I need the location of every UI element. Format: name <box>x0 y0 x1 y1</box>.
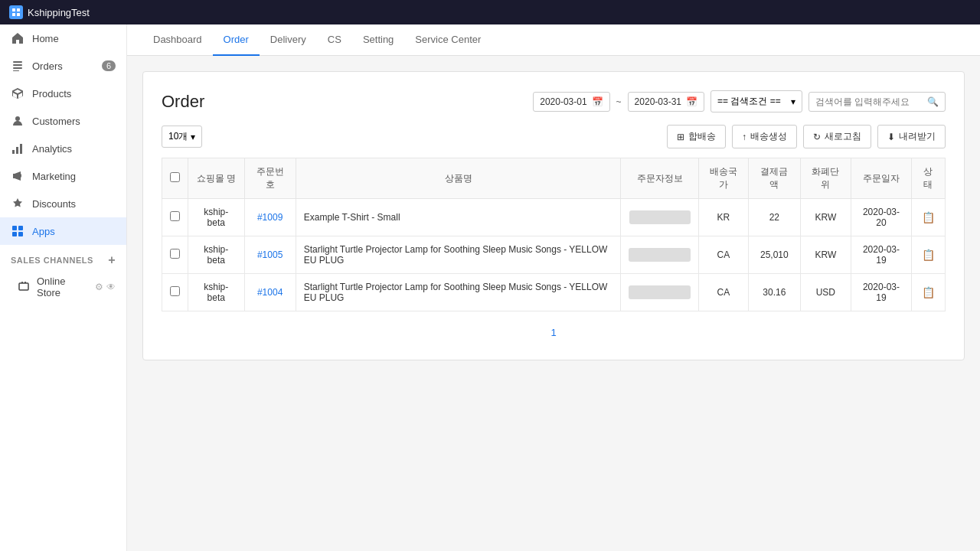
select-all-checkbox[interactable] <box>170 172 180 182</box>
svg-rect-3 <box>17 13 20 16</box>
sidebar-item-products[interactable]: Products <box>0 80 126 107</box>
svg-rect-14 <box>12 232 17 236</box>
refresh-icon: ↻ <box>813 132 821 142</box>
row-order-no-2[interactable]: #1004 <box>244 274 296 311</box>
row-currency-2: USD <box>800 274 851 311</box>
tabs-bar: Dashboard Order Delivery CS Setting Serv… <box>127 24 980 56</box>
combine-icon: ⊞ <box>677 132 684 142</box>
sidebar-item-home[interactable]: Home <box>0 24 126 52</box>
row-order-no-1[interactable]: #1005 <box>244 236 296 274</box>
row-country-2: CA <box>698 274 748 311</box>
search-input[interactable] <box>815 96 923 107</box>
svg-rect-16 <box>19 283 28 290</box>
add-channel-button[interactable]: + <box>108 254 116 266</box>
download-icon: ⬇ <box>887 132 895 142</box>
sidebar-label-orders: Orders <box>32 60 63 72</box>
svg-rect-13 <box>18 226 23 230</box>
online-store-settings-icon[interactable]: ⚙ <box>95 282 103 292</box>
row-checkbox-1[interactable] <box>170 249 180 259</box>
row-order-no-0[interactable]: #1009 <box>244 199 296 236</box>
col-amount: 결제금액 <box>749 158 801 199</box>
tab-setting[interactable]: Setting <box>352 24 404 56</box>
svg-rect-2 <box>12 13 15 16</box>
row-amount-0: 22 <box>749 199 801 236</box>
per-page-select[interactable]: 10개 ▾ <box>162 126 202 148</box>
date-separator: ~ <box>616 96 622 107</box>
sidebar: Home Orders 6 Products <box>0 24 127 551</box>
create-shipping-icon: ↑ <box>742 132 746 142</box>
sidebar-item-analytics[interactable]: Analytics <box>0 135 126 162</box>
svg-rect-4 <box>13 61 22 63</box>
sidebar-label-home: Home <box>32 33 59 44</box>
svg-rect-1 <box>17 8 20 11</box>
logo-icon <box>9 5 23 19</box>
row-checkbox-cell[interactable] <box>162 274 188 311</box>
per-page-value: 10개 <box>168 130 188 143</box>
create-shipping-button[interactable]: ↑ 배송생성 <box>732 125 797 148</box>
home-icon <box>11 31 24 45</box>
col-country: 배송국가 <box>698 158 748 199</box>
content-area: Dashboard Order Delivery CS Setting Serv… <box>127 24 980 551</box>
row-amount-2: 30.16 <box>749 274 801 311</box>
row-status-2: 📋 <box>911 274 945 311</box>
col-status: 상태 <box>911 158 945 199</box>
row-currency-0: KRW <box>800 199 851 236</box>
row-customer-2: ●●●●●●●●●● <box>621 274 698 311</box>
pagination: 1 <box>162 324 946 341</box>
row-checkbox-cell[interactable] <box>162 236 188 274</box>
row-country-1: CA <box>698 236 748 274</box>
search-input-box: 🔍 <box>808 92 946 112</box>
tab-dashboard[interactable]: Dashboard <box>142 24 213 56</box>
orders-icon <box>11 59 24 73</box>
store-name: KshippingTest <box>28 7 90 18</box>
sidebar-item-customers[interactable]: Customers <box>0 107 126 135</box>
sidebar-item-orders[interactable]: Orders 6 <box>0 52 126 80</box>
row-customer-0: ●●●● <box>621 199 698 236</box>
copy-icon-0[interactable]: 📋 <box>922 211 935 223</box>
search-icon[interactable]: 🔍 <box>927 96 939 107</box>
tab-cs[interactable]: CS <box>317 24 352 56</box>
sidebar-label-customers: Customers <box>32 116 80 127</box>
copy-icon-2[interactable]: 📋 <box>922 286 935 298</box>
date-to-input[interactable]: 2020-03-31 📅 <box>628 92 704 112</box>
calendar-to-icon[interactable]: 📅 <box>686 96 697 107</box>
col-order-no: 주문번호 <box>244 158 296 199</box>
chevron-down-icon: ▾ <box>791 96 795 107</box>
tab-order[interactable]: Order <box>213 24 260 56</box>
row-checkbox-cell[interactable] <box>162 199 188 236</box>
header-select-all[interactable] <box>162 158 188 199</box>
row-store-1: kship-beta <box>188 236 245 274</box>
svg-rect-12 <box>12 226 17 230</box>
row-checkbox-0[interactable] <box>170 211 180 221</box>
row-checkbox-2[interactable] <box>170 286 180 296</box>
sidebar-label-analytics: Analytics <box>32 143 72 155</box>
refresh-button[interactable]: ↻ 새로고침 <box>803 125 871 148</box>
online-store-eye-icon[interactable]: 👁 <box>106 282 116 292</box>
search-condition-select[interactable]: == 검색조건 == ▾ <box>710 90 802 112</box>
combine-shipping-button[interactable]: ⊞ 합배송 <box>667 125 726 148</box>
order-title: Order <box>162 92 204 112</box>
download-button[interactable]: ⬇ 내려받기 <box>877 125 946 148</box>
row-store-0: kship-beta <box>188 199 245 236</box>
tab-service-center[interactable]: Service Center <box>404 24 492 56</box>
copy-icon-1[interactable]: 📋 <box>922 249 935 261</box>
svg-rect-0 <box>12 8 15 11</box>
sidebar-item-marketing[interactable]: Marketing <box>0 162 126 190</box>
col-currency: 화폐단위 <box>800 158 851 199</box>
col-customer: 주문자정보 <box>621 158 698 199</box>
store-logo[interactable]: KshippingTest <box>9 5 90 19</box>
row-status-1: 📋 <box>911 236 945 274</box>
sidebar-item-discounts[interactable]: Discounts <box>0 190 126 217</box>
date-from-input[interactable]: 2020-03-01 📅 <box>533 92 609 112</box>
tab-delivery[interactable]: Delivery <box>260 24 317 56</box>
row-currency-1: KRW <box>800 236 851 274</box>
table-row: kship-beta #1004 Starlight Turtle Projec… <box>162 274 946 311</box>
calendar-from-icon[interactable]: 📅 <box>592 96 603 107</box>
page-1[interactable]: 1 <box>544 324 562 341</box>
sidebar-item-online-store[interactable]: Online Store ⚙ 👁 <box>0 269 126 305</box>
row-product-2: Starlight Turtle Projector Lamp for Soot… <box>296 274 621 311</box>
sidebar-item-apps[interactable]: Apps <box>0 217 126 245</box>
sidebar-label-products: Products <box>32 88 71 99</box>
svg-point-8 <box>15 116 20 121</box>
row-amount-1: 25,010 <box>749 236 801 274</box>
